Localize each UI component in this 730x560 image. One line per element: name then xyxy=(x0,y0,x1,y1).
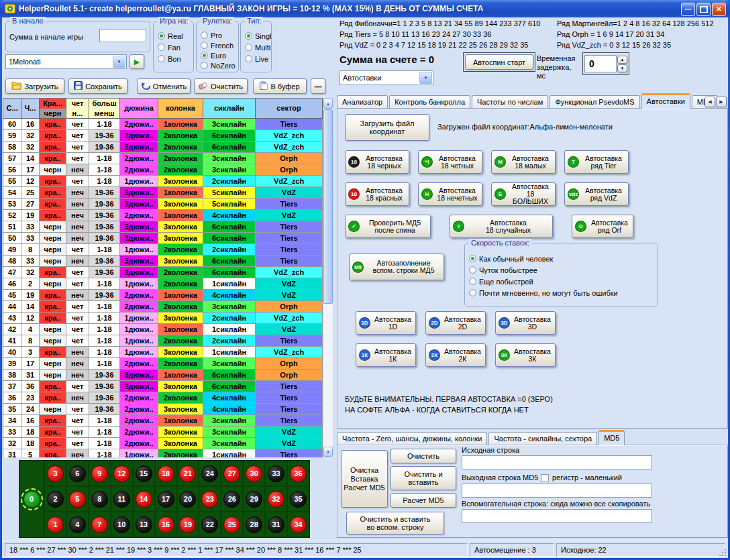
roulette-number-36[interactable]: 36 xyxy=(290,465,307,482)
radio-option[interactable]: Как обычный человек xyxy=(465,253,658,264)
autobet-button[interactable]: БАвтоставка18 БОЛЬШИХ xyxy=(491,182,556,206)
tab[interactable]: MD5 xyxy=(598,430,625,445)
autobet-button[interactable]: ✓Проверить МД5после спина xyxy=(345,215,431,238)
roulette-number-4[interactable]: 4 xyxy=(69,516,86,533)
roulette-number-28[interactable]: 28 xyxy=(246,516,262,533)
roulette-number-35[interactable]: 35 xyxy=(290,491,307,508)
autobet-button[interactable]: ТАвтоставкаряд Tier xyxy=(564,150,629,174)
table-row[interactable]: 4414кра..чет1-182дюжи..2колонка3сиклайнO… xyxy=(3,301,323,313)
roulette-number-29[interactable]: 29 xyxy=(246,491,262,508)
autobet-button[interactable]: 3КАвтоставка3К xyxy=(495,343,556,367)
load-coords-button[interactable]: Загрузить файлкоординат xyxy=(345,114,429,141)
table-row[interactable]: 424чернчет1-181дюжи..1колонка1сиклайнVdZ xyxy=(3,324,323,335)
copy-to-buffer-button[interactable]: В буфер xyxy=(253,78,307,94)
roulette-number-30[interactable]: 30 xyxy=(246,465,262,482)
roulette-number-0[interactable]: 0 xyxy=(23,491,40,508)
spin-up-icon[interactable]: ▲ xyxy=(617,56,627,64)
table-row[interactable]: 5932кра..чет19-363дюжи..2колонка6сиклайн… xyxy=(3,130,323,142)
undo-button[interactable]: Отменить xyxy=(137,78,191,94)
roulette-number-1[interactable]: 1 xyxy=(47,516,64,533)
radio-option[interactable]: Euro xyxy=(197,50,238,60)
table-row[interactable]: 5327кра..неч19-363дюжи..3колонка5сиклайн… xyxy=(3,199,323,210)
table-row[interactable]: 403кра..неч1-181дюжи..3колонка1сиклайнVd… xyxy=(3,347,323,358)
table-row[interactable]: 5832кра..чет19-363дюжи..2колонка6сиклайн… xyxy=(3,142,323,153)
table-row[interactable]: 4312кра..чет1-181дюжи..3колонка2сиклайнV… xyxy=(3,313,323,324)
autofill-md5-button[interactable]: М5 Автозаполнениевспом. строки МД5 xyxy=(349,254,444,280)
md5-big-button[interactable]: ОчисткаВставкаРасчет MD5 xyxy=(341,450,388,508)
resize-grip[interactable] xyxy=(718,548,727,557)
autobet-button[interactable]: 3DАвтоставка3D xyxy=(495,311,556,335)
save-button[interactable]: Сохранить xyxy=(68,78,127,94)
table-row[interactable]: 315кра..неч1-181дюжи..2колонка1сиклайнTi… xyxy=(3,449,323,457)
roulette-number-16[interactable]: 16 xyxy=(158,516,174,533)
radio-option[interactable]: Live xyxy=(241,53,271,64)
radio-option[interactable]: Pro xyxy=(197,30,238,40)
table-row[interactable]: 3917черннеч1-182дюжи..2колонка3сиклайнOr… xyxy=(3,358,323,370)
roulette-number-27[interactable]: 27 xyxy=(223,465,240,482)
table-row[interactable]: 5512кра..чет1-181дюжи..3колонка2сиклайнV… xyxy=(3,176,323,187)
radio-option[interactable]: Чуток побыстрее xyxy=(465,264,658,276)
roulette-number-25[interactable]: 25 xyxy=(223,516,240,533)
autobet-button[interactable]: 2DАвтоставка2D xyxy=(425,311,486,335)
scrollbar-thumb[interactable] xyxy=(323,109,333,304)
table-row[interactable]: 418чернчет1-181дюжи..2колонка2сиклайнTie… xyxy=(3,335,323,347)
roulette-number-5[interactable]: 5 xyxy=(69,491,86,508)
chevron-down-icon[interactable]: ▼ xyxy=(419,72,432,84)
tab[interactable]: Контроль банкролла xyxy=(389,95,470,108)
autobet-button[interactable]: ОАвтоставкаряд Orf xyxy=(572,215,633,238)
table-row[interactable]: 3623кра..неч19-362дюжи..2колонка4сиклайн… xyxy=(3,392,323,404)
table-row[interactable]: 5714кра..чет1-182дюжи..2колонка3сиклайнO… xyxy=(3,153,323,164)
roulette-number-3[interactable]: 3 xyxy=(47,465,64,482)
close-button[interactable]: ✕ xyxy=(712,3,726,16)
roulette-number-8[interactable]: 8 xyxy=(91,491,108,508)
md5-clear-button[interactable]: Очистить xyxy=(390,449,456,463)
roulette-number-6[interactable]: 6 xyxy=(69,465,86,482)
radio-option[interactable]: Bon xyxy=(154,53,193,64)
roulette-number-7[interactable]: 7 xyxy=(91,516,108,533)
autobet-button[interactable]: 18Автоставка18 красных xyxy=(345,182,409,206)
tab[interactable]: Автоставки xyxy=(641,93,690,109)
table-row[interactable]: 3416кра..чет1-182дюжи..1колонка3сиклайнT… xyxy=(3,415,323,427)
roulette-number-34[interactable]: 34 xyxy=(290,516,307,533)
table-row[interactable]: 3218кра..чет1-182дюжи..3колонка3сиклайнV… xyxy=(3,438,323,449)
radio-option[interactable]: French xyxy=(197,40,238,50)
tab[interactable]: Функционал PsevdoMS xyxy=(550,95,639,108)
md5-calc-button[interactable]: Расчет MD5 xyxy=(390,493,456,508)
start-sum-input[interactable] xyxy=(99,29,146,42)
roulette-number-10[interactable]: 10 xyxy=(113,516,130,533)
chevron-down-icon[interactable]: ▼ xyxy=(113,56,125,68)
table-row[interactable]: 6016кра..чет1-182дюжи..1колонка3сиклайнT… xyxy=(3,119,323,130)
roulette-number-12[interactable]: 12 xyxy=(113,465,130,482)
radio-option[interactable]: Singl xyxy=(241,30,271,42)
autobet-button[interactable]: vdzАвтоставкаряд VdZ xyxy=(564,182,629,206)
md5-clear-paste-button[interactable]: Очистить и вставить xyxy=(390,466,456,490)
delay-input[interactable]: 0 xyxy=(584,55,617,72)
register-checkbox[interactable] xyxy=(541,474,549,482)
radio-option[interactable]: Еще побыстрей xyxy=(465,276,658,287)
table-row[interactable]: 3736кра..чет19-363дюжи..3колонка6сиклайн… xyxy=(3,381,323,392)
titlebar[interactable]: HelperRoullet 5.1- create helperroullet@… xyxy=(0,0,730,17)
roulette-number-20[interactable]: 20 xyxy=(179,491,196,508)
table-row[interactable]: 3524чернчет19-362дюжи..3колонка4сиклайнT… xyxy=(3,404,323,415)
radio-option[interactable]: NoZero xyxy=(197,60,238,70)
table-row[interactable]: 5617черннеч1-182дюжи..2колонка3сиклайнOr… xyxy=(3,164,323,176)
table-scrollbar[interactable]: ▲ ▼ xyxy=(323,98,333,457)
table-row[interactable]: 5425кра..неч19-363дюжи..1колонка5сиклайн… xyxy=(3,187,323,199)
roulette-number-31[interactable]: 31 xyxy=(268,516,284,533)
tab[interactable]: Частота - Zero, шансы, дюжины, колонки xyxy=(337,432,487,445)
autobet-button[interactable]: 1DАвтоставка1D xyxy=(356,311,416,335)
radio-option[interactable]: Multi xyxy=(241,42,271,53)
autobet-button[interactable]: МАвтоставка18 малых xyxy=(491,150,556,174)
md5-clear-paste-helper-button[interactable]: Очистить и вставитьво вспом. строку xyxy=(346,512,444,535)
table-row[interactable]: 5133черннеч19-363дюжи..3колонка6сиклайнT… xyxy=(3,221,323,233)
table-row[interactable]: 4519кра..неч19-362дюжи..1колонка4сиклайн… xyxy=(3,290,323,301)
scroll-down-icon[interactable]: ▼ xyxy=(323,447,333,457)
roulette-number-22[interactable]: 22 xyxy=(201,516,218,533)
autospin-start-button[interactable]: Автоспин старт xyxy=(465,54,533,70)
table-row[interactable]: 4833черннеч19-363дюжи..3колонка6сиклайнT… xyxy=(3,256,323,267)
table-row[interactable]: 498чернчет1-181дюжи..2колонка2сиклайнTie… xyxy=(3,244,323,256)
roulette-number-11[interactable]: 11 xyxy=(113,491,130,508)
roulette-number-19[interactable]: 19 xyxy=(179,516,196,533)
tab-scroll-right-icon[interactable]: ▶ xyxy=(716,97,727,107)
autobets-select[interactable]: Автоставки ▼ xyxy=(340,70,433,85)
